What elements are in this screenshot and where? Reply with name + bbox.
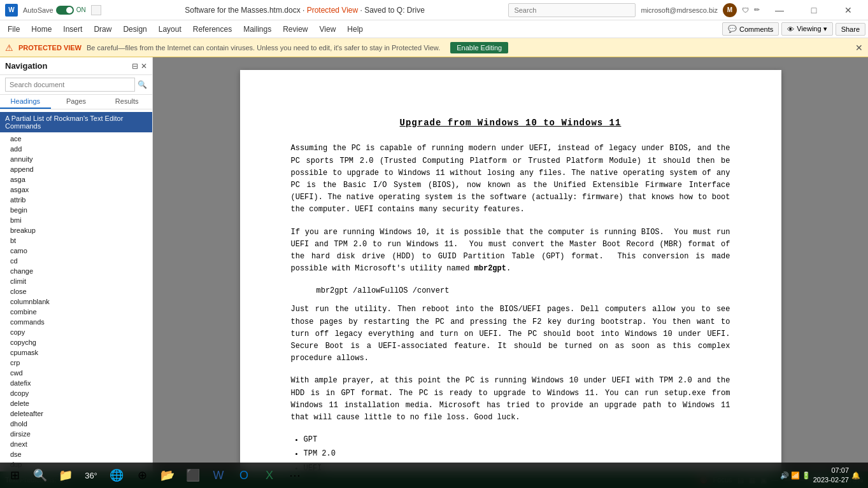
menu-layout[interactable]: Layout bbox=[153, 22, 187, 36]
title-center: Software for the Masses.htm.docx · Prote… bbox=[101, 6, 509, 15]
doc-para-3: Just run the utility. Then reboot into t… bbox=[291, 303, 730, 365]
list-item[interactable]: crp bbox=[0, 358, 152, 368]
menu-draw[interactable]: Draw bbox=[89, 22, 117, 36]
list-item-gpt: GPT bbox=[304, 434, 730, 446]
tab-results[interactable]: Results bbox=[101, 95, 152, 109]
list-item[interactable]: asgax bbox=[0, 185, 152, 195]
list-item[interactable]: columnblank bbox=[0, 296, 152, 307]
list-item[interactable]: add bbox=[0, 144, 152, 154]
list-item[interactable]: dhold bbox=[0, 419, 152, 429]
list-item[interactable]: cpumask bbox=[0, 347, 152, 358]
share-button[interactable]: Share bbox=[836, 23, 865, 36]
word-logo: W bbox=[5, 4, 18, 17]
minimize-button[interactable]: — bbox=[765, 0, 794, 20]
save-icon[interactable] bbox=[91, 5, 101, 15]
menu-review[interactable]: Review bbox=[278, 22, 313, 36]
menu-insert[interactable]: Insert bbox=[58, 22, 87, 36]
list-item[interactable]: dnext bbox=[0, 439, 152, 449]
word-taskbar-icon: W bbox=[213, 469, 224, 482]
list-item[interactable]: delete bbox=[0, 398, 152, 408]
notification-icon[interactable]: 🔔 bbox=[851, 471, 860, 480]
menu-mailings[interactable]: Mailings bbox=[238, 22, 276, 36]
start-button[interactable]: ⊞ bbox=[3, 463, 27, 487]
nav-close-icon[interactable]: ✕ bbox=[141, 62, 147, 71]
list-item[interactable]: commands bbox=[0, 317, 152, 327]
taskbar-search-icon: 🔍 bbox=[33, 468, 47, 482]
eye-icon: 👁 bbox=[787, 25, 794, 33]
taskbar-weather[interactable]: 36° bbox=[79, 463, 103, 487]
list-item[interactable]: dcopy bbox=[0, 388, 152, 398]
list-item[interactable]: bt bbox=[0, 235, 152, 246]
separator: · bbox=[302, 6, 307, 15]
list-item[interactable]: append bbox=[0, 164, 152, 174]
tab-headings[interactable]: Headings bbox=[0, 95, 51, 109]
search-taskbar-button[interactable]: 🔍 bbox=[28, 463, 52, 487]
nav-search-input[interactable] bbox=[5, 78, 135, 92]
comments-button[interactable]: 💬 Comments bbox=[722, 22, 779, 36]
taskbar-edge[interactable]: 🌐 bbox=[104, 463, 129, 487]
list-item[interactable]: bmi bbox=[0, 215, 152, 225]
taskbar-chrome[interactable]: ⊕ bbox=[130, 463, 154, 487]
taskbar-terminal[interactable]: ⬛ bbox=[181, 463, 205, 487]
list-item[interactable]: copychg bbox=[0, 337, 152, 347]
taskbar-outlook[interactable]: O bbox=[232, 463, 256, 487]
taskbar-word[interactable]: W bbox=[206, 463, 231, 487]
comment-icon: 💬 bbox=[728, 25, 737, 33]
nav-list: A Partial List of Rockman's Text Editor … bbox=[0, 109, 152, 471]
menu-design[interactable]: Design bbox=[118, 22, 152, 36]
system-tray-icons: 🔊 📶 🔋 bbox=[780, 471, 811, 480]
doc-code-block: mbr2gpt /allowFullOS /convert bbox=[317, 285, 730, 297]
tab-pages[interactable]: Pages bbox=[51, 95, 102, 109]
title-bar-left: W AutoSave ON bbox=[5, 4, 101, 17]
list-item[interactable]: close bbox=[0, 286, 152, 296]
list-item[interactable]: asga bbox=[0, 174, 152, 185]
taskbar-time: 07:07 2023-02-27 bbox=[813, 466, 849, 485]
taskbar-explorer[interactable]: 📂 bbox=[155, 463, 180, 487]
autosave-toggle[interactable] bbox=[56, 6, 74, 15]
list-item[interactable]: camo bbox=[0, 246, 152, 256]
enable-editing-button[interactable]: Enable Editing bbox=[450, 42, 508, 53]
list-item[interactable]: change bbox=[0, 266, 152, 276]
taskbar-files[interactable]: 📁 bbox=[53, 463, 78, 487]
list-item[interactable]: begin bbox=[0, 205, 152, 215]
list-item[interactable]: ace bbox=[0, 134, 152, 144]
menu-view[interactable]: View bbox=[315, 22, 341, 36]
search-input[interactable] bbox=[508, 3, 636, 17]
menu-home[interactable]: Home bbox=[26, 22, 57, 36]
menu-file[interactable]: File bbox=[3, 22, 25, 36]
viewing-button[interactable]: 👁 Viewing ▾ bbox=[781, 22, 832, 36]
list-item[interactable]: annuity bbox=[0, 154, 152, 164]
list-item[interactable]: dirsize bbox=[0, 429, 152, 439]
taskbar-right: 🔊 📶 🔋 07:07 2023-02-27 🔔 bbox=[780, 466, 865, 485]
close-button[interactable]: ✕ bbox=[834, 0, 863, 20]
list-item[interactable]: cwd bbox=[0, 368, 152, 378]
list-item[interactable]: datefix bbox=[0, 378, 152, 388]
warning-icon: ⚠ bbox=[5, 43, 13, 53]
close-bar-icon[interactable]: ✕ bbox=[855, 43, 863, 53]
list-item[interactable]: climit bbox=[0, 276, 152, 286]
taskbar: ⊞ 🔍 📁 36° 🌐 ⊕ 📂 ⬛ W O X ⋯ 🔊 📶 🔋 07:07 20… bbox=[0, 463, 868, 488]
maximize-button[interactable]: □ bbox=[799, 0, 829, 20]
taskbar-excel[interactable]: X bbox=[257, 463, 281, 487]
saved-label: Saved to Q: Drive bbox=[364, 6, 425, 15]
list-item[interactable]: copy bbox=[0, 327, 152, 337]
title-bar: W AutoSave ON Software for the Masses.ht… bbox=[0, 0, 868, 20]
list-item[interactable]: combine bbox=[0, 307, 152, 317]
taskbar-more[interactable]: ⋯ bbox=[283, 463, 307, 487]
menu-help[interactable]: Help bbox=[342, 22, 368, 36]
time-display: 07:07 bbox=[813, 466, 849, 475]
list-item[interactable]: breakup bbox=[0, 225, 152, 235]
list-item[interactable]: attrib bbox=[0, 195, 152, 205]
search-icon[interactable]: 🔍 bbox=[138, 80, 147, 89]
windows-icon: ⊞ bbox=[10, 468, 20, 482]
list-item[interactable]: cd bbox=[0, 256, 152, 266]
document-page: Upgrade from Windows 10 to Windows 11 As… bbox=[240, 70, 781, 471]
document-area[interactable]: Upgrade from Windows 10 to Windows 11 As… bbox=[153, 57, 868, 471]
user-avatar: M bbox=[723, 3, 737, 17]
list-item[interactable]: dse bbox=[0, 449, 152, 459]
collapse-icon[interactable]: ⊟ bbox=[132, 62, 138, 71]
main-layout: Navigation ⊟ ✕ 🔍 Headings Pages Results … bbox=[0, 57, 868, 471]
edge-icon: 🌐 bbox=[110, 468, 124, 482]
menu-references[interactable]: References bbox=[188, 22, 237, 36]
list-item[interactable]: deleteafter bbox=[0, 408, 152, 419]
